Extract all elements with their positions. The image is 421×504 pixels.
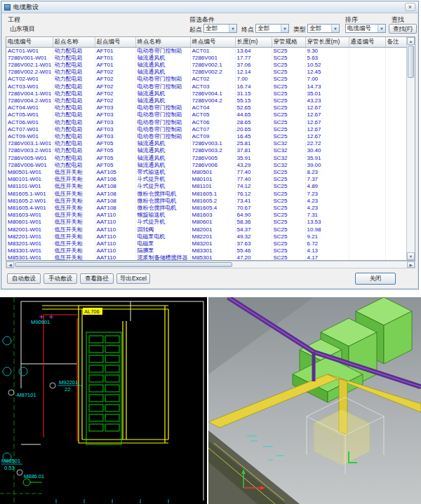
scroll-left-icon[interactable]: ◀ (6, 261, 14, 268)
chevron-down-icon[interactable]: ▼ (331, 25, 339, 32)
cell: ACT03 (190, 83, 235, 90)
horizontal-scrollbar[interactable]: ◀ ▶ (6, 261, 415, 268)
column-header-4[interactable]: 终点编号 (190, 37, 235, 47)
table-row[interactable]: M83301-W01低压开关柜AAT110隔膜泵M8330155.46SC254… (6, 247, 407, 254)
table-row[interactable]: 7286V003.2-W01动力配电箱AFT05轴流通风机7286V003.23… (6, 147, 407, 154)
auto-lay-button[interactable]: 自动敷设 (7, 273, 41, 284)
table-row[interactable]: ACT05-W01动力配电箱AFT03电动卷帘门控制箱ACT0544.65SC2… (6, 111, 407, 118)
end-select[interactable]: 全部 ▼ (255, 24, 289, 33)
cell: 动力配电箱 (53, 155, 95, 162)
cell (385, 90, 407, 97)
table-row[interactable]: 7286V002.1-W01动力配电箱AFT01轴流通风机7286V002.13… (6, 62, 407, 69)
table-row[interactable]: M81603-W01低压开关柜AAT110螺旋输送机M8160364.90SC2… (6, 212, 407, 219)
column-header-0[interactable]: 电缆编号 (6, 37, 53, 47)
table-row[interactable]: ACT09-W01动力配电箱AFT03电动卷帘门控制箱ACT0916.45SC2… (6, 133, 407, 140)
cell (349, 240, 385, 247)
cell: 77.40 (235, 169, 272, 176)
cell: 7286V003.2-W01 (6, 147, 53, 154)
cell: AFT03 (95, 126, 135, 133)
table-row[interactable]: M80601-W01低压开关柜AAT110斗式提升机M8060158.36SC2… (6, 219, 407, 226)
table-row[interactable]: 7286V002.2-W01动力配电箱AFT02轴流通风机7286V002.21… (6, 69, 407, 76)
column-header-8[interactable]: 通道编号 (349, 37, 385, 47)
cell: SC25 (272, 126, 305, 133)
table-row[interactable]: ACT06-W01动力配电箱AFT03电动卷帘门控制箱ACT0628.65SC2… (6, 119, 407, 126)
table-row[interactable]: M85301-W01低压开关柜AAT110泥浆制备储槽搅拌器M8530147.2… (6, 254, 407, 261)
table-row[interactable]: M81101-W01低压开关柜AAT108斗式提升机M8110174.12SC2… (6, 183, 407, 190)
scroll-down-icon[interactable]: ▼ (407, 252, 415, 260)
sort-select[interactable]: 电缆编号 ▼ (345, 24, 386, 33)
chevron-down-icon[interactable]: ▼ (281, 25, 288, 32)
cad-2d-view[interactable]: M90901 AL706 M92201 22 -M87101 M88501 0.… (0, 297, 207, 504)
cell: 斗式提升机 (135, 219, 190, 226)
view-path-button[interactable]: 查看路径 (80, 273, 114, 284)
table-row[interactable]: ACT01-W01动力配电箱AFT01电动卷帘门控制箱ACT0113.64SC2… (6, 47, 407, 55)
table-row[interactable]: M80101-W01低压开关柜AAT106斗式提升机M8010177.40SC2… (6, 176, 407, 183)
chevron-down-icon[interactable]: ▼ (377, 25, 385, 32)
cell (385, 55, 407, 62)
cell (385, 176, 407, 183)
cell (349, 111, 385, 118)
cell (385, 126, 407, 133)
cad-3d-view[interactable] (208, 297, 421, 504)
table-row[interactable]: M83201-W01低压开关柜AAT110电磁泵M8320137.63SC256… (6, 240, 407, 247)
cell (349, 191, 385, 198)
cell: 4.23 (305, 198, 349, 205)
column-header-2[interactable]: 起点编号 (95, 37, 135, 47)
find-button[interactable]: 查找(F) (389, 24, 417, 34)
type-select[interactable]: 全部 ▼ (307, 24, 340, 33)
table-row[interactable]: ACT07-W01动力配电箱AFT03电动卷帘门控制箱ACT0720.65SC2… (6, 126, 407, 133)
chevron-down-icon[interactable]: ▼ (229, 25, 236, 32)
start-select[interactable]: 全部 ▼ (203, 24, 237, 33)
vertical-scrollbar[interactable]: ▲ ▼ (406, 37, 415, 260)
cell: 4.17 (305, 254, 349, 261)
column-header-5[interactable]: 长度(m) (235, 37, 272, 47)
column-header-3[interactable]: 终点名称 (135, 37, 190, 47)
export-excel-button[interactable]: 导出Excel (116, 273, 150, 284)
column-header-9[interactable]: 备注 (385, 37, 407, 47)
horizontal-scroll-thumb[interactable] (15, 262, 232, 267)
table-row[interactable]: 7286V003.1-W01动力配电箱AFT05轴流通风机7286V003.12… (6, 140, 407, 147)
table-row[interactable]: 7286V006-W01动力配电箱AFT05轴流通风机7286V00643.29… (6, 162, 407, 169)
cell: AFT03 (95, 119, 135, 126)
titlebar[interactable]: 电缆敷设 × (1, 1, 418, 13)
table-row[interactable]: ACT04-W01动力配电箱AFT03电动卷帘门控制箱ACT0452.65SC2… (6, 104, 407, 111)
cell (349, 47, 385, 55)
table-row[interactable]: M80501-W01低压开关柜AAT105带式输送机M8050177.40SC2… (6, 169, 407, 176)
cell: ACT01 (190, 47, 235, 55)
cell: SC25 (272, 69, 305, 76)
table-row[interactable]: ACT03-W01动力配电箱AFT02电动卷帘门控制箱ACT0316.74SC2… (6, 83, 407, 90)
table-row[interactable]: M82001-W01低压开关柜AAT110回转阀M8200154.37SC251… (6, 226, 407, 233)
cell: 10.52 (305, 62, 349, 69)
cell: 电动卷帘门控制箱 (135, 47, 190, 55)
table-row[interactable]: M82201-W01低压开关柜AAT110电磁泵电机M8220149.32SC2… (6, 233, 407, 240)
table-row[interactable]: 7286V004.2-W01动力配电箱AFT02轴流通风机7286V004.25… (6, 97, 407, 104)
table-row[interactable]: ACT02-W01动力配电箱AFT02电动卷帘门控制箱ACT027.00SC25… (6, 76, 407, 83)
column-header-1[interactable]: 起点名称 (53, 37, 95, 47)
close-button[interactable]: 关闭 (355, 273, 396, 285)
cell: M85301-W01 (6, 254, 53, 261)
table-row[interactable]: M81605.2-W01低压开关柜AAT108微粉仓搅拌电机M81605.273… (6, 198, 407, 205)
column-header-6[interactable]: 穿管规格 (272, 37, 305, 47)
table-row[interactable]: 7286V005-W01动力配电箱AFT05轴流通风机7286V00535.91… (6, 155, 407, 162)
scroll-right-icon[interactable]: ▶ (407, 261, 415, 268)
cell: 7286V002.2-W01 (6, 69, 53, 76)
cell: SC32 (272, 155, 305, 162)
cell: ACT06-W01 (6, 119, 53, 126)
scroll-up-icon[interactable]: ▲ (407, 37, 415, 45)
cell: SC25 (272, 219, 305, 226)
close-icon[interactable]: × (405, 3, 415, 11)
cell (349, 55, 385, 62)
manual-lay-button[interactable]: 手动敷设 (44, 273, 77, 284)
table-row[interactable]: M81605.4-W01低压开关柜AAT108微粉仓搅拌电机M81605.470… (6, 205, 407, 212)
cell: 7286V004.1-W01 (6, 90, 53, 97)
cable-table[interactable]: 电缆编号起点名称起点编号终点名称终点编号长度(m)穿管规格穿管长度(m)通道编号… (6, 36, 415, 261)
cell: AAT105 (95, 169, 135, 176)
table-row[interactable]: 7286V001-W01动力配电箱AFT01轴流通风机7286V00117.77… (6, 55, 407, 62)
table-row[interactable]: M81605.1-W01低压开关柜AAT108微粉仓搅拌电机M81605.176… (6, 191, 407, 198)
vertical-scroll-thumb[interactable] (408, 46, 414, 78)
cell: 12.67 (305, 111, 349, 118)
cell (385, 219, 407, 226)
column-header-7[interactable]: 穿管长度(m) (305, 37, 349, 47)
table-row[interactable]: 7286V004.1-W01动力配电箱AFT02轴流通风机7286V004.13… (6, 90, 407, 97)
cell: SC25 (272, 240, 305, 247)
